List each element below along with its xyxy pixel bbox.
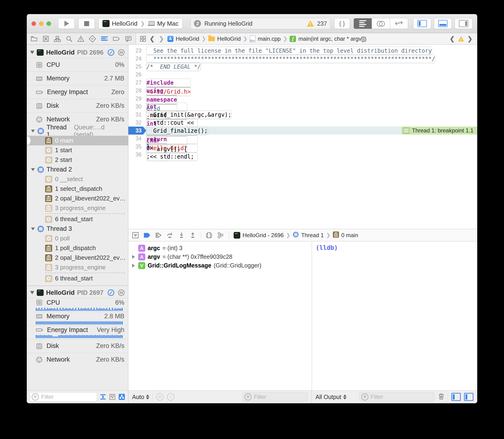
stack-frame[interactable]: 6 thread_start bbox=[27, 274, 128, 283]
breakpoint-annotation[interactable]: Thread 1: breakpoint 1.1 bbox=[401, 127, 477, 134]
zoom-window-button[interactable] bbox=[47, 21, 51, 26]
code-line[interactable]: 25/* END LEGAL */ bbox=[128, 62, 477, 71]
assistant-editor-button[interactable] bbox=[372, 18, 390, 29]
code-line[interactable]: 24 *************************************… bbox=[128, 55, 477, 62]
test-navigator-tab[interactable] bbox=[89, 35, 96, 42]
line-number[interactable]: 23 bbox=[128, 47, 146, 55]
code-line[interactable]: 26 bbox=[128, 71, 477, 79]
variable-row[interactable]: Aargc = (int) 3 bbox=[128, 244, 312, 252]
stat-row[interactable]: DiskZero KB/s bbox=[27, 99, 128, 112]
activity-viewer[interactable]: 2 Running HelloGrid ! 237 bbox=[190, 18, 330, 29]
code-line[interactable]: 28using namespace Grid; bbox=[128, 86, 477, 95]
thread-row[interactable]: Thread 3 bbox=[27, 224, 128, 234]
run-button[interactable] bbox=[58, 18, 74, 29]
disclosure-triangle-icon[interactable] bbox=[131, 264, 136, 268]
thread-row[interactable]: Thread 2 bbox=[27, 165, 128, 174]
process-header[interactable]: HelloGridPID 2696 bbox=[27, 47, 128, 58]
line-number[interactable]: 36 bbox=[128, 151, 146, 159]
stat-row[interactable]: Energy ImpactZero bbox=[27, 85, 128, 99]
code-line[interactable]: 30int main(int argc, char * argv[]) { bbox=[128, 103, 477, 110]
version-editor-button[interactable] bbox=[390, 18, 408, 29]
disclosure-triangle-icon[interactable] bbox=[31, 130, 35, 133]
stat-row[interactable]: CPU6% bbox=[27, 298, 128, 312]
find-navigator-tab[interactable] bbox=[66, 35, 73, 42]
process-header[interactable]: HelloGridPID 2697 bbox=[27, 287, 128, 298]
jumpbar-project[interactable]: HelloGrid bbox=[176, 36, 199, 42]
variables-filter-field[interactable] bbox=[242, 392, 308, 402]
code-line[interactable]: 23 See the full license in the file "LIC… bbox=[128, 47, 477, 55]
close-window-button[interactable] bbox=[32, 21, 36, 26]
step-into-button[interactable] bbox=[178, 232, 185, 239]
stat-row[interactable]: DiskZero KB/s bbox=[27, 339, 128, 353]
breakpoints-toggle-button[interactable] bbox=[143, 232, 151, 238]
code-snippets-button[interactable]: { } bbox=[334, 18, 350, 29]
navigator-filter-input[interactable] bbox=[41, 393, 95, 401]
debug-view-hierarchy-button[interactable] bbox=[206, 232, 212, 239]
breakpoint-navigator-tab[interactable] bbox=[113, 35, 120, 42]
forward-button[interactable]: ❯ bbox=[158, 35, 165, 43]
stack-frame[interactable]: 6 thread_start bbox=[27, 214, 128, 224]
stat-row[interactable]: Energy ImpactVery High bbox=[27, 325, 128, 339]
code-line[interactable]: 29 bbox=[128, 95, 477, 103]
stack-frame[interactable]: 3 progress_engine bbox=[27, 203, 128, 213]
toggle-console-view-button[interactable] bbox=[464, 393, 473, 401]
view-process-by-queue-button[interactable] bbox=[109, 393, 116, 401]
code-line[interactable]: 33 Grid_finalize();Thread 1: breakpoint … bbox=[128, 127, 477, 134]
stack-frame[interactable]: 0 main bbox=[27, 136, 128, 145]
debug-navigator-tab[interactable] bbox=[101, 35, 108, 42]
issue-navigator-tab[interactable] bbox=[77, 35, 84, 42]
stack-frame[interactable]: 2 opal_libevent2022_ev… bbox=[27, 253, 128, 263]
stack-frame[interactable]: 1 select_dispatch bbox=[27, 184, 128, 194]
symbol-navigator-tab[interactable] bbox=[54, 35, 61, 42]
toggle-navigator-button[interactable] bbox=[413, 18, 431, 29]
variables-filter-input[interactable] bbox=[253, 393, 305, 401]
step-out-button[interactable] bbox=[189, 232, 196, 239]
view-process-by-thread-button[interactable] bbox=[118, 393, 125, 401]
stack-frame[interactable]: 0 poll bbox=[27, 234, 128, 243]
back-button[interactable]: ❮ bbox=[149, 35, 156, 43]
disclosure-triangle-icon[interactable] bbox=[31, 228, 35, 230]
stat-row[interactable]: Memory2.7 MB bbox=[27, 72, 128, 85]
variable-row[interactable]: VGrid::GridLogMessage (Grid::GridLogger) bbox=[128, 261, 312, 270]
jumpbar-folder[interactable]: HelloGrid bbox=[217, 36, 241, 42]
line-number[interactable]: 29 bbox=[128, 95, 146, 103]
warning-icon[interactable]: ! bbox=[458, 36, 464, 42]
minimize-window-button[interactable] bbox=[39, 21, 44, 26]
line-number[interactable]: 25 bbox=[128, 62, 146, 71]
line-number[interactable]: 33 bbox=[128, 127, 146, 134]
previous-issue-button[interactable]: ❮ bbox=[448, 35, 456, 43]
variables-view[interactable]: Aargc = (int) 3Aargv = (char **) 0x7ffee… bbox=[128, 241, 312, 390]
toggle-variables-view-button[interactable] bbox=[451, 393, 461, 401]
navigator-filter-field[interactable] bbox=[30, 392, 97, 402]
source-control-navigator-tab[interactable] bbox=[42, 35, 49, 42]
code-line[interactable]: 36 bbox=[128, 151, 477, 159]
line-number[interactable]: 28 bbox=[128, 86, 146, 95]
thread-row[interactable]: Thread 1Queue:…d (serial) bbox=[27, 126, 128, 136]
continue-button[interactable] bbox=[155, 232, 162, 239]
debug-memory-graph-button[interactable] bbox=[217, 232, 224, 239]
project-navigator-tab[interactable] bbox=[31, 35, 38, 42]
line-number[interactable]: 30 bbox=[128, 103, 146, 110]
console-filter-field[interactable] bbox=[359, 392, 435, 402]
line-number[interactable]: 27 bbox=[128, 79, 146, 86]
code-line[interactable]: 27#include <Grid/Grid.h> bbox=[128, 79, 477, 86]
stop-button[interactable] bbox=[78, 18, 95, 29]
debug-thread[interactable]: Thread 1 bbox=[301, 232, 324, 239]
disclosure-triangle-icon[interactable] bbox=[30, 51, 34, 54]
toggle-debug-area-button[interactable] bbox=[434, 18, 452, 29]
console-view[interactable]: (lldb) bbox=[312, 241, 477, 390]
line-number[interactable]: 31 bbox=[128, 110, 146, 119]
variables-scope-selector[interactable]: Auto bbox=[132, 394, 149, 401]
next-issue-button[interactable]: ❯ bbox=[466, 35, 473, 43]
console-filter-input[interactable] bbox=[370, 393, 433, 401]
line-number[interactable]: 26 bbox=[128, 71, 146, 79]
disclosure-triangle-icon[interactable] bbox=[131, 255, 136, 259]
stat-row[interactable]: NetworkZero KB/s bbox=[27, 353, 128, 366]
hide-debug-area-button[interactable] bbox=[132, 232, 139, 239]
debug-frame[interactable]: 0 main bbox=[341, 232, 358, 239]
jumpbar-symbol[interactable]: main(int argc, char * argv[]) bbox=[298, 36, 366, 42]
source-editor[interactable]: 23 See the full license in the file "LIC… bbox=[128, 45, 477, 229]
disclosure-triangle-icon[interactable] bbox=[30, 291, 34, 294]
disclosure-triangle-icon[interactable] bbox=[31, 168, 35, 171]
stat-row[interactable]: Memory2.8 MB bbox=[27, 312, 128, 325]
